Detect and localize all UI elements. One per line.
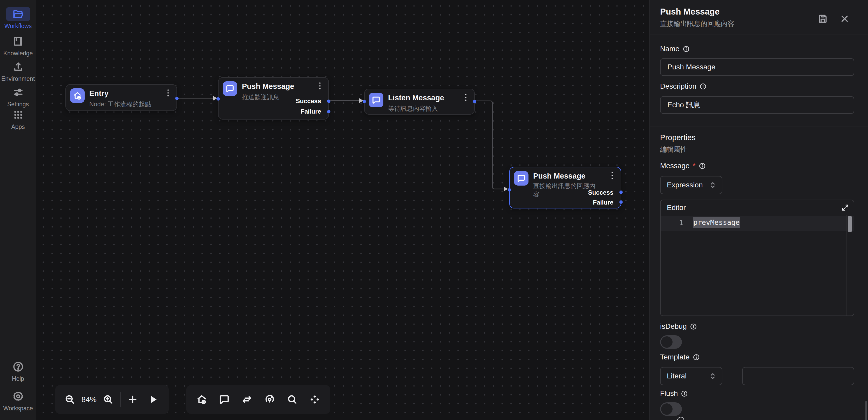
rerun-button[interactable] — [262, 392, 277, 407]
template-field-label: Template — [660, 353, 700, 361]
output-port-failure[interactable] — [327, 110, 331, 113]
zoom-in-button[interactable] — [101, 392, 116, 407]
node-push-message-2[interactable]: Push Message 直接輸出訊息的回應內容 Success Failure — [509, 167, 621, 208]
selected-code-text: prevMessage — [693, 217, 740, 228]
output-port-label: Failure — [301, 108, 321, 115]
message-field-label: Message * — [660, 162, 706, 170]
node-entry[interactable]: Entry Node: 工作流程的起點 — [65, 84, 177, 111]
node-push-message-1[interactable]: Push Message 推送歡迎訊息 Success Failure — [218, 77, 329, 119]
flush-label-text: Flush — [660, 389, 678, 398]
search-button[interactable] — [285, 392, 300, 407]
code-editor-area[interactable]: 1 prevMessage — [661, 215, 854, 315]
zoom-level[interactable]: 84% — [77, 395, 101, 404]
sidebar-item-knowledge[interactable]: Knowledge — [0, 34, 36, 57]
info-icon[interactable] — [700, 83, 707, 90]
move-canvas-button[interactable] — [308, 392, 322, 407]
required-asterisk: * — [693, 162, 695, 170]
workflow-canvas[interactable]: Entry Node: 工作流程的起點 Push Message 推送歡迎訊息 … — [36, 0, 649, 420]
node-menu-button[interactable] — [609, 172, 615, 179]
home-plus-icon — [196, 394, 207, 405]
node-properties-panel: Push Message 直接輸出訊息的回應內容 Name Descriptio… — [649, 0, 868, 420]
isdebug-toggle[interactable] — [660, 335, 682, 349]
node-menu-button[interactable] — [164, 89, 171, 96]
editor-header: Editor — [661, 200, 854, 215]
expand-icon — [841, 204, 849, 212]
connection-lines — [36, 0, 649, 420]
input-port[interactable] — [216, 97, 220, 101]
node-menu-button[interactable] — [316, 82, 323, 89]
input-port[interactable] — [508, 188, 511, 192]
chat-bubble-icon — [219, 394, 230, 405]
zoom-in-icon — [103, 394, 114, 405]
run-workflow-button[interactable] — [146, 392, 161, 407]
gear-icon — [12, 391, 24, 402]
sidebar-item-environment[interactable]: Environment — [0, 60, 36, 82]
sidebar-item-help[interactable]: Help — [0, 360, 36, 382]
panel-scrollbar-thumb[interactable] — [865, 401, 867, 420]
workflow-app: Workflows Knowledge Environment Settings — [0, 0, 868, 420]
info-icon[interactable] — [690, 323, 697, 330]
selected-option: Literal — [667, 372, 687, 380]
description-field-label: Description — [660, 82, 707, 90]
isdebug-label-text: isDebug — [660, 322, 687, 331]
input-port[interactable] — [363, 100, 366, 103]
node-listen-message[interactable]: Listen Message 等待訊息內容輸入 — [364, 89, 475, 115]
folder-open-icon — [12, 8, 24, 20]
flush-toggle[interactable] — [660, 402, 682, 416]
swap-connection-button[interactable] — [240, 392, 254, 407]
panel-title: Push Message — [660, 7, 719, 17]
output-port-success[interactable] — [619, 191, 623, 194]
node-title: Push Message — [242, 82, 294, 91]
panel-header: Push Message 直接輸出訊息的回應內容 — [650, 0, 868, 35]
chat-bubble-icon — [514, 171, 528, 186]
template-type-select[interactable]: Literal — [660, 367, 722, 385]
sidebar-item-workflows[interactable]: Workflows — [0, 7, 36, 30]
chevron-up-down-icon — [710, 181, 716, 189]
sidebar-item-workspace[interactable]: Workspace — [0, 389, 36, 412]
info-icon[interactable] — [683, 46, 690, 53]
output-port[interactable] — [473, 100, 476, 103]
tools-toolbar — [186, 385, 330, 414]
code-content[interactable]: prevMessage — [693, 218, 740, 226]
info-icon[interactable] — [699, 163, 706, 169]
add-node-button[interactable] — [125, 392, 140, 407]
sidebar: Workflows Knowledge Environment Settings — [0, 0, 36, 420]
node-title: Entry — [89, 89, 108, 98]
selected-option: Expression — [667, 181, 703, 189]
sidebar-item-apps[interactable]: Apps — [0, 108, 36, 131]
add-entry-node-button[interactable] — [194, 392, 209, 407]
output-port-label: Success — [588, 189, 613, 196]
node-title: Push Message — [533, 172, 585, 180]
description-input[interactable] — [660, 96, 854, 114]
output-port-failure[interactable] — [619, 200, 623, 204]
toggle-knob — [661, 336, 673, 348]
sidebar-item-label: Environment — [0, 75, 36, 82]
template-value-input[interactable] — [742, 367, 854, 385]
output-port[interactable] — [175, 97, 179, 100]
plus-icon — [127, 394, 138, 405]
output-port-success[interactable] — [327, 100, 331, 103]
toolbar-divider — [120, 392, 121, 407]
message-type-select[interactable]: Expression — [660, 176, 722, 194]
info-icon — [677, 417, 684, 420]
close-panel-button[interactable] — [839, 13, 850, 24]
isdebug-field-label: isDebug — [660, 322, 697, 331]
node-menu-button[interactable] — [462, 94, 469, 101]
info-icon[interactable] — [693, 354, 700, 361]
editor-scrollbar-thumb[interactable] — [848, 216, 851, 232]
panel-subtitle: 直接輸出訊息的回應內容 — [660, 19, 734, 28]
editor-title: Editor — [667, 203, 686, 212]
info-icon[interactable] — [681, 390, 688, 397]
properties-section-title: Properties — [660, 133, 695, 142]
sidebar-item-settings[interactable]: Settings — [0, 85, 36, 108]
zoom-out-button[interactable] — [63, 392, 77, 407]
save-icon — [818, 13, 828, 24]
add-message-node-button[interactable] — [217, 392, 231, 407]
name-input[interactable] — [660, 58, 854, 76]
expand-editor-button[interactable] — [841, 204, 849, 212]
refresh-bulb-icon — [264, 394, 275, 405]
section-divider — [650, 127, 868, 127]
save-button[interactable] — [818, 13, 828, 24]
node-title: Listen Message — [388, 93, 444, 102]
close-icon — [839, 13, 850, 24]
